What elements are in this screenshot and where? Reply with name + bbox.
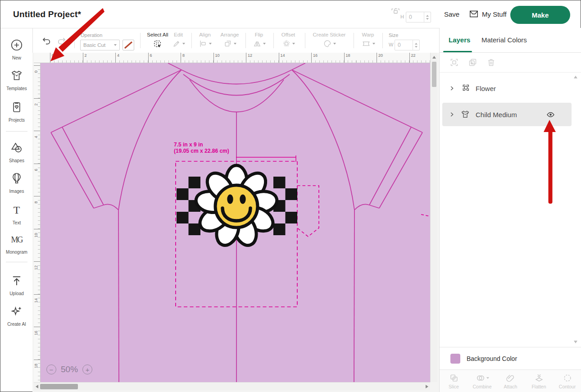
height-input[interactable]: 0 <box>406 12 431 23</box>
redo-button[interactable] <box>56 36 67 46</box>
height-stepper[interactable] <box>424 12 431 22</box>
flatten-button[interactable]: Flatten <box>525 370 553 392</box>
align-menu-button[interactable]: Align <box>193 32 217 48</box>
sidebar-item-new[interactable]: New <box>0 38 33 61</box>
delete-button[interactable] <box>486 58 496 67</box>
scroll-up-icon[interactable] <box>432 56 436 59</box>
horizontal-ruler: 0246810121416182022 <box>34 53 430 63</box>
sidebar-item-create-ai[interactable]: Create AI <box>0 305 33 328</box>
scroll-left-icon[interactable] <box>36 385 38 388</box>
contour-icon <box>563 373 572 383</box>
flower-design[interactable] <box>177 165 297 248</box>
slice-button[interactable]: Slice <box>440 370 468 392</box>
offset-label: Offset <box>276 32 300 37</box>
align-label: Align <box>193 32 217 37</box>
projects-card-icon <box>10 100 23 114</box>
sidebar-divider <box>6 262 27 262</box>
canvas-vertical-scrollbar[interactable] <box>430 53 437 382</box>
edit-menu-button[interactable]: Edit <box>168 32 189 48</box>
background-color-swatch[interactable] <box>450 354 460 364</box>
combine-button[interactable]: Combine <box>468 370 496 392</box>
horizontal-scroll-thumb[interactable] <box>40 384 78 389</box>
panel-scroll-up-icon[interactable] <box>574 76 577 78</box>
zoom-in-button[interactable]: + <box>82 365 92 374</box>
sidebar-label: Projects <box>9 118 25 123</box>
warp-label: Warp <box>356 32 380 37</box>
monogram-icon: MG <box>9 232 24 246</box>
operation-label: Operation <box>81 32 102 38</box>
project-title[interactable]: Untitled Project* <box>13 9 81 19</box>
sidebar-item-templates[interactable]: Templates <box>0 69 33 92</box>
arrange-icon <box>223 39 232 48</box>
operation-dropdown[interactable]: Basic Cut <box>80 40 120 50</box>
flip-menu-button[interactable]: Flip <box>248 32 270 48</box>
sidebar-item-monogram[interactable]: MG Monogram <box>0 232 33 255</box>
create-sticker-icon <box>323 39 332 48</box>
stepper-down-icon <box>415 46 418 48</box>
sidebar-label: Upload <box>9 291 24 296</box>
redo-icon <box>56 36 67 46</box>
text-icon: T <box>10 203 23 217</box>
svg-text:T: T <box>14 204 20 216</box>
chevron-down-icon <box>372 43 375 45</box>
layer-name: Flower <box>476 85 496 92</box>
sidebar-item-shapes[interactable]: Shapes <box>0 141 33 164</box>
vertical-scroll-thumb[interactable] <box>432 62 436 87</box>
canvas-horizontal-scrollbar[interactable] <box>34 382 430 390</box>
svg-text:(19.05 cm x 22.86 cm): (19.05 cm x 22.86 cm) <box>174 148 229 154</box>
chevron-right-icon[interactable] <box>449 111 455 118</box>
group-button[interactable] <box>449 58 459 67</box>
scroll-right-icon[interactable] <box>426 385 428 388</box>
save-button[interactable]: Save <box>444 10 459 18</box>
width-stepper[interactable] <box>413 40 419 50</box>
sidebar-item-projects[interactable]: Projects <box>0 100 33 123</box>
layer-tools <box>440 53 581 73</box>
height-label: H <box>400 14 404 19</box>
offset-menu-button[interactable]: Offset <box>276 32 300 48</box>
arrange-label: Arrange <box>217 32 243 37</box>
layer-visibility-toggle[interactable] <box>546 110 555 119</box>
chevron-down-icon <box>292 43 295 45</box>
svg-text:7.5 in x 9 in: 7.5 in x 9 in <box>174 141 203 148</box>
design-canvas[interactable]: 7.5 in x 9 in (19.05 cm x 22.86 cm) <box>41 63 430 382</box>
flatten-icon <box>534 373 544 383</box>
slice-icon <box>449 373 459 383</box>
sidebar-item-images[interactable]: Images <box>0 172 33 195</box>
warp-menu-button[interactable]: Warp <box>356 32 380 48</box>
my-stuff-button[interactable]: My Stuff <box>469 9 507 19</box>
tab-material-colors[interactable]: Material Colors <box>481 36 527 44</box>
make-button[interactable]: Make <box>510 6 570 24</box>
undo-button[interactable] <box>41 36 52 46</box>
combine-icon <box>476 373 486 383</box>
chevron-down-icon <box>263 43 266 45</box>
chevron-down-icon <box>209 43 212 45</box>
background-color-row[interactable]: Background Color <box>440 347 581 369</box>
sidebar-divider <box>6 131 27 132</box>
stepper-up-icon <box>415 43 418 45</box>
attach-button[interactable]: Attach <box>496 370 525 392</box>
create-sticker-menu-button[interactable]: Create Sticker <box>309 32 350 48</box>
zoom-control: − 50% + <box>46 365 92 374</box>
layer-row-flower[interactable]: Flower <box>442 77 572 100</box>
chevron-right-icon[interactable] <box>449 85 455 91</box>
sidebar-label: Templates <box>6 86 27 91</box>
images-balloon-icon <box>10 172 23 185</box>
sidebar-item-upload[interactable]: Upload <box>0 274 33 297</box>
width-input[interactable]: 0 <box>395 40 420 50</box>
size-lock-button[interactable] <box>390 6 400 16</box>
action-label: Flatten <box>531 384 546 389</box>
align-icon <box>199 39 208 48</box>
panel-tabs: Layers Material Colors <box>440 28 581 53</box>
action-label: Contour <box>559 384 576 389</box>
contour-button[interactable]: Contour <box>553 370 581 392</box>
layer-row-child-medium[interactable]: Child Medium <box>442 103 572 126</box>
duplicate-button[interactable] <box>468 58 477 67</box>
zoom-out-button[interactable]: − <box>46 365 56 374</box>
panel-scroll-down-icon[interactable] <box>574 341 577 343</box>
sidebar-item-text[interactable]: T Text <box>0 203 33 226</box>
action-label: Slice <box>449 384 459 389</box>
arrange-menu-button[interactable]: Arrange <box>217 32 243 48</box>
eye-icon <box>546 110 555 119</box>
tab-layers[interactable]: Layers <box>449 36 470 44</box>
operation-color-swatch[interactable] <box>123 40 134 50</box>
